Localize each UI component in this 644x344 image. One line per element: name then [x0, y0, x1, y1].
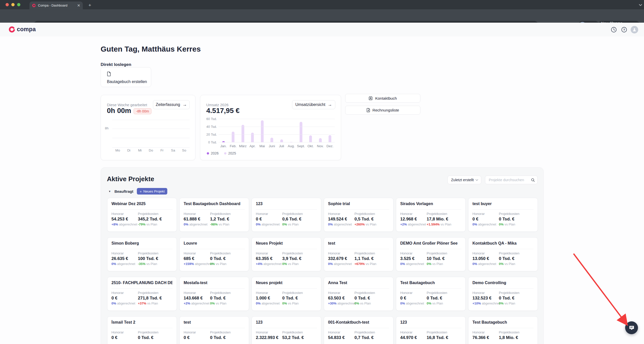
fee-label: Honorar — [328, 330, 354, 334]
compa-logo[interactable]: compa — [8, 26, 36, 33]
cost-value: 1,8 Mio. € — [499, 335, 534, 340]
project-card[interactable]: DEMO Amt Großer Plöner See Honorar 3.525… — [396, 237, 466, 271]
cost-pct-line: 0% vs Plan — [210, 301, 245, 305]
arrow-right-icon: → — [328, 102, 332, 107]
cost-pct-line: +679% vs Plan — [354, 262, 389, 266]
revenue-month-label: Nov. — [315, 144, 325, 148]
time-tracking-button[interactable]: Zeiterfassung → — [153, 100, 190, 109]
legend-label: 2025 — [228, 151, 236, 155]
cost-pct-line: 0% vs Plan — [499, 301, 534, 305]
group-label: Beauftragt — [114, 189, 133, 194]
cost-value: 0 Tsd. € — [138, 335, 173, 340]
project-card[interactable]: 001-Kontaktbuch-test Honorar 54.833 € Pr… — [324, 316, 393, 344]
projects-title: Aktive Projekte — [107, 175, 154, 183]
project-card-title: Test Bautagebuch Dashboard — [184, 202, 245, 206]
fee-value: 132.523 € — [472, 296, 499, 301]
project-card-title: DEMO Amt Großer Plöner See — [400, 241, 461, 246]
new-project-button[interactable]: + Neues Projekt — [137, 188, 168, 195]
chat-launcher-button[interactable] — [625, 321, 638, 334]
divider — [400, 328, 461, 328]
tab-search-chevron-icon[interactable] — [639, 3, 642, 7]
fee-value: 13.050 € — [472, 256, 499, 261]
divider — [256, 328, 317, 328]
fee-value: 63.355 € — [256, 256, 282, 261]
cost-label: Projektkosten — [138, 330, 173, 334]
invoices-button[interactable]: Rechnungsliste — [345, 106, 420, 114]
sort-dropdown[interactable]: Zuletzt erstellt — [448, 176, 481, 184]
cost-value: 0 Tsd. € — [210, 256, 245, 261]
divider — [111, 328, 173, 328]
project-card[interactable]: 123 Honorar 44.970 € Projektkosten 16,8 … — [396, 316, 466, 344]
project-card[interactable]: test buyer Honorar 0 € 0% abgerechnet Pr… — [468, 198, 538, 232]
project-card-title: 123 — [400, 320, 461, 325]
history-clock-icon[interactable] — [610, 26, 618, 33]
project-card[interactable]: Webinar Dez 2025 Honorar 54.253 € +8% ab… — [107, 198, 177, 232]
create-diary-card[interactable]: Bautagebuch erstellen — [101, 67, 151, 87]
project-card[interactable]: Test Bautagebuch Honorar 0 € 0% abgerech… — [396, 277, 466, 311]
cost-value: 16,8 Tsd. € — [427, 335, 461, 340]
fee-value: 0 € — [256, 217, 282, 222]
macos-close-button[interactable] — [6, 3, 9, 6]
legend-item-2026: 2026 — [207, 151, 219, 155]
project-card[interactable]: Sophie trial Honorar 149.524 € 0% abgere… — [324, 198, 393, 232]
divider — [256, 249, 317, 249]
project-search[interactable] — [485, 176, 538, 184]
gridline — [112, 120, 190, 120]
revenue-bar-2025 — [309, 135, 312, 142]
project-card[interactable]: 2510- FACHPLANUNG DACH DEMO Honorar 0 € … — [107, 277, 177, 311]
project-card[interactable]: 123 Honorar 2.322.993 € Projektkosten 53… — [252, 316, 321, 344]
project-card[interactable]: Kontaktbuch QA - Mika Honorar 13.050 € 0… — [468, 237, 538, 271]
divider — [472, 328, 534, 328]
cost-label: Projektkosten — [210, 330, 245, 334]
divider — [184, 249, 245, 249]
macos-zoom-button[interactable] — [17, 3, 20, 6]
divider — [472, 249, 534, 249]
fee-label: Honorar — [400, 330, 427, 334]
user-avatar[interactable] — [631, 26, 638, 33]
gridline — [219, 142, 335, 142]
fee-label: Honorar — [256, 291, 282, 295]
fee-label: Honorar — [256, 330, 282, 334]
collapse-triangle-icon[interactable]: ▼ — [108, 190, 111, 193]
macos-minimize-button[interactable] — [11, 3, 15, 6]
project-card[interactable]: Anna Test Honorar 63.503 € +30% abgerech… — [324, 277, 393, 311]
project-card[interactable]: Test Bautagebuch Dashboard Honorar 61.88… — [179, 198, 249, 232]
fee-pct-line: 0% abgerechnet — [256, 301, 282, 305]
cost-value: 1,1 Tsd. € — [354, 256, 389, 261]
new-tab-button[interactable]: + — [86, 2, 93, 9]
divider — [111, 249, 173, 249]
browser-tabstrip: Compa - Dashboard ✕ + — [0, 0, 644, 9]
revenue-month-label: Aug. — [287, 144, 296, 148]
project-card[interactable]: Mostafa-test Honorar 143.668 € +2% abger… — [179, 277, 249, 311]
browser-tab[interactable]: Compa - Dashboard ✕ — [29, 2, 83, 9]
revenue-chart-yticks: 0 Tsd.20 Tsd.40 Tsd.60 Tsd. — [202, 119, 217, 142]
project-card[interactable]: Simon Boberg Honorar 26.635 € 0% abgerec… — [107, 237, 177, 271]
revenue-month-label: Dez. — [325, 144, 335, 148]
project-card[interactable]: Neues Projekt Honorar 63.355 € +4% abger… — [252, 237, 321, 271]
tab-close-icon[interactable]: ✕ — [77, 3, 80, 8]
fee-label: Honorar — [184, 291, 210, 295]
project-card[interactable]: Demo Controlling Honorar 132.523 € +10% … — [468, 277, 538, 311]
revenue-month-label: Okt. — [306, 144, 316, 148]
project-group-row: ▼ Beauftragt + Neues Projekt — [108, 188, 167, 195]
project-card[interactable]: Test Bautagebuch Honorar 76.366 € Projek… — [468, 316, 538, 344]
project-card[interactable]: Neues projekt Honorar 1.000 € 0% abgerec… — [252, 277, 321, 311]
project-card[interactable]: test Honorar 332.679 € 0% abgerechnet Pr… — [324, 237, 393, 271]
divider — [256, 288, 317, 289]
revenue-overview-button[interactable]: Umsatzübersicht → — [292, 100, 335, 109]
week-day-label: Do — [145, 148, 156, 152]
project-search-input[interactable] — [488, 178, 531, 182]
cost-pct-line: 0% vs Plan — [282, 262, 317, 266]
project-card[interactable]: Sirados Vorlagen Honorar 12.968 € +2% ab… — [396, 198, 466, 232]
project-card[interactable]: test Honorar 0 € Projektkosten 0 Tsd. € — [179, 316, 249, 344]
project-card[interactable]: İsmail Test 2 Honorar 0 € Projektkosten … — [107, 316, 177, 344]
cost-value: 0,6 Tsd. € — [282, 217, 317, 222]
help-icon[interactable]: ? — [620, 26, 628, 33]
project-card[interactable]: Louvre Honorar 685 € +159% abgerechnet P… — [179, 237, 249, 271]
chat-icon — [629, 325, 635, 331]
project-card[interactable]: 123 Honorar 0 € 0% abgerechnet Projektko… — [252, 198, 321, 232]
cost-value: 0 Tsd. € — [210, 296, 245, 301]
legend-item-2025: 2025 — [224, 151, 236, 155]
contacts-button[interactable]: Kontaktbuch — [345, 94, 420, 103]
legend-dot — [224, 152, 226, 155]
